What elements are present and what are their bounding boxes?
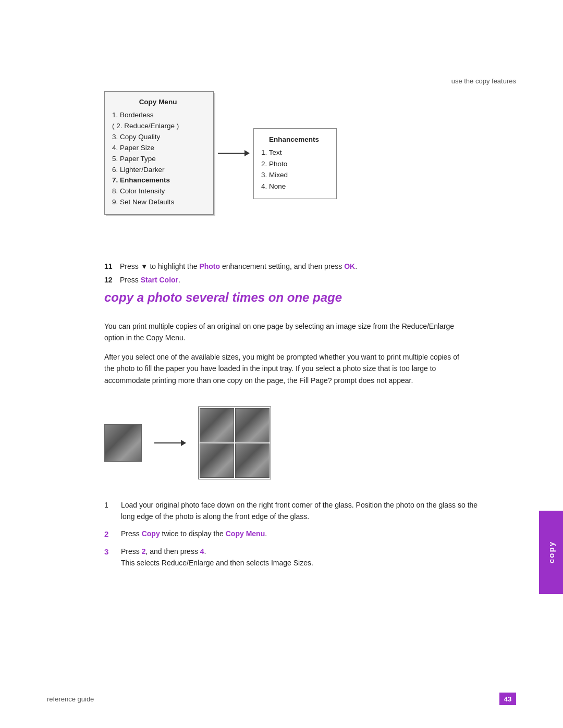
tiger-cell-2 [235, 408, 270, 442]
enhancements-box: Enhancements 1. Text 2. Photo 3. Mixed 4… [253, 128, 337, 199]
bottom-steps: 1 Load your original photo face down on … [104, 499, 485, 574]
bottom-step-1: 1 Load your original photo face down on … [104, 499, 485, 523]
bottom-step-3: 3 Press 2, and then press 4. This select… [104, 546, 485, 569]
enh-item-2: 2. Photo [261, 158, 327, 170]
bottom-step-2: 2 Press Copy twice to display the Copy M… [104, 528, 485, 540]
step-11-number: 11 [104, 261, 116, 272]
step-12-line: 12 Press Start Color. [104, 274, 485, 286]
step-2-content: Press Copy twice to display the Copy Men… [121, 528, 485, 539]
illustration-arrow [154, 442, 186, 443]
section-heading: copy a photo several times on one page [104, 290, 342, 305]
diagram-arrow [218, 153, 249, 154]
menu-item-6: 6. Lighter/Darker [112, 165, 204, 176]
page: use the copy features Copy Menu 1. Borde… [0, 0, 563, 728]
menu-item-7: 7. Enhancements [112, 175, 204, 186]
sidebar-tab: copy [539, 511, 563, 594]
enhancements-title: Enhancements [261, 134, 327, 145]
para-1: You can print multiple copies of an orig… [104, 320, 469, 344]
body-text: You can print multiple copies of an orig… [104, 320, 469, 393]
top-label: use the copy features [451, 77, 516, 85]
step-3-content: Press 2, and then press 4. This selects … [121, 546, 485, 569]
step-12-text: Press Start Color. [120, 274, 180, 286]
footer: reference guide 43 [47, 693, 516, 705]
menu-item-8: 8. Color Intensity [112, 186, 204, 197]
illustration-arrow-line [154, 442, 186, 443]
copy-menu-box: Copy Menu 1. Borderless ( 2. Reduce/Enla… [104, 91, 214, 215]
enh-item-4: 4. None [261, 181, 327, 192]
tiger-cell-3 [200, 443, 234, 478]
enh-item-1: 1. Text [261, 147, 327, 158]
menu-item-4: 4. Paper Size [112, 143, 204, 154]
step-12-number: 12 [104, 274, 116, 286]
enh-item-3: 3. Mixed [261, 169, 327, 181]
tiger-single-inner [105, 425, 141, 461]
arrow-line [218, 153, 249, 154]
menu-item-2: ( 2. Reduce/Enlarge ) [112, 121, 204, 132]
menu-item-1: 1. Borderless [112, 110, 204, 121]
step-11-text: Press ▼ to highlight the Photo enhanceme… [120, 261, 357, 272]
sidebar-tab-label: copy [547, 541, 556, 563]
para-2: After you select one of the available si… [104, 351, 469, 386]
menu-item-5: 5. Paper Type [112, 154, 204, 165]
menu-item-3: 3. Copy Quality [112, 132, 204, 143]
steps-11-12: 11 Press ▼ to highlight the Photo enhanc… [104, 261, 485, 288]
step-2-number: 2 [104, 528, 114, 540]
footer-label: reference guide [47, 695, 94, 703]
menu-item-9: 9. Set New Defaults [112, 197, 204, 208]
tiger-cell-4 [235, 443, 270, 478]
tiger-grid [198, 406, 271, 479]
copy-menu-title: Copy Menu [112, 97, 204, 108]
step-1-content: Load your original photo face down on th… [121, 499, 485, 523]
step-11-line: 11 Press ▼ to highlight the Photo enhanc… [104, 261, 485, 272]
step-3-number: 3 [104, 546, 114, 558]
tiger-cell-1 [200, 408, 234, 442]
illustration-area [104, 406, 271, 479]
step-1-number: 1 [104, 499, 114, 511]
diagram-area: Copy Menu 1. Borderless ( 2. Reduce/Enla… [104, 91, 337, 215]
tiger-single-image [104, 424, 142, 462]
footer-page-number: 43 [499, 693, 516, 705]
